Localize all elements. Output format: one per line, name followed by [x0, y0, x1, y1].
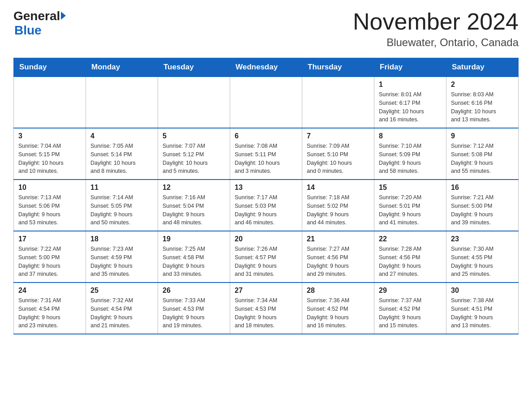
- day-info: Sunrise: 7:36 AMSunset: 4:52 PMDaylight:…: [307, 296, 369, 330]
- calendar-week-3: 10Sunrise: 7:13 AMSunset: 5:06 PMDayligh…: [14, 180, 519, 231]
- day-number: 27: [235, 287, 297, 295]
- day-number: 29: [379, 287, 442, 295]
- calendar-cell-w5-d2: 25Sunrise: 7:32 AMSunset: 4:54 PMDayligh…: [86, 283, 158, 334]
- day-info: Sunrise: 8:01 AMSunset: 6:17 PMDaylight:…: [379, 90, 442, 124]
- day-info: Sunrise: 7:30 AMSunset: 4:55 PMDaylight:…: [451, 245, 514, 278]
- calendar-cell-w3-d2: 11Sunrise: 7:14 AMSunset: 5:05 PMDayligh…: [86, 180, 158, 231]
- day-info: Sunrise: 7:23 AMSunset: 4:59 PMDaylight:…: [90, 245, 153, 278]
- day-info: Sunrise: 7:26 AMSunset: 4:57 PMDaylight:…: [235, 245, 297, 278]
- calendar-cell-w3-d3: 12Sunrise: 7:16 AMSunset: 5:04 PMDayligh…: [158, 180, 230, 231]
- calendar-cell-w5-d5: 28Sunrise: 7:36 AMSunset: 4:52 PMDayligh…: [302, 283, 374, 334]
- logo-blue-text: Blue: [13, 23, 42, 37]
- day-info: Sunrise: 7:07 AMSunset: 5:12 PMDaylight:…: [163, 142, 225, 176]
- day-number: 18: [90, 235, 153, 243]
- calendar-cell-w2-d3: 5Sunrise: 7:07 AMSunset: 5:12 PMDaylight…: [158, 128, 230, 180]
- calendar-cell-w2-d7: 9Sunrise: 7:12 AMSunset: 5:08 PMDaylight…: [446, 128, 519, 180]
- calendar-cell-w5-d3: 26Sunrise: 7:33 AMSunset: 4:53 PMDayligh…: [158, 283, 230, 334]
- calendar-cell-w2-d5: 7Sunrise: 7:09 AMSunset: 5:10 PMDaylight…: [302, 128, 374, 180]
- day-number: 9: [451, 132, 514, 140]
- day-info: Sunrise: 7:34 AMSunset: 4:53 PMDaylight:…: [235, 296, 297, 330]
- day-info: Sunrise: 7:12 AMSunset: 5:08 PMDaylight:…: [451, 142, 514, 176]
- day-number: 1: [379, 81, 442, 89]
- day-number: 13: [235, 184, 297, 192]
- calendar-cell-w5-d6: 29Sunrise: 7:37 AMSunset: 4:52 PMDayligh…: [374, 283, 446, 334]
- calendar-cell-w1-d3: [158, 77, 230, 128]
- calendar-week-4: 17Sunrise: 7:22 AMSunset: 5:00 PMDayligh…: [14, 231, 519, 283]
- page-header: General Blue November 2024 Bluewater, On…: [13, 9, 519, 49]
- page-title: November 2024: [353, 9, 519, 34]
- day-number: 19: [163, 235, 225, 243]
- calendar-cell-w3-d7: 16Sunrise: 7:21 AMSunset: 5:00 PMDayligh…: [446, 180, 519, 231]
- calendar-cell-w1-d6: 1Sunrise: 8:01 AMSunset: 6:17 PMDaylight…: [374, 77, 446, 128]
- day-number: 30: [451, 287, 514, 295]
- day-number: 10: [18, 184, 81, 192]
- calendar-cell-w4-d5: 21Sunrise: 7:27 AMSunset: 4:56 PMDayligh…: [302, 231, 374, 283]
- day-info: Sunrise: 7:04 AMSunset: 5:15 PMDaylight:…: [18, 142, 81, 176]
- day-info: Sunrise: 7:21 AMSunset: 5:00 PMDaylight:…: [451, 193, 514, 227]
- day-info: Sunrise: 7:09 AMSunset: 5:10 PMDaylight:…: [307, 142, 369, 176]
- day-number: 16: [451, 184, 514, 192]
- day-number: 8: [379, 132, 442, 140]
- day-number: 22: [379, 235, 442, 243]
- day-info: Sunrise: 7:10 AMSunset: 5:09 PMDaylight:…: [379, 142, 442, 176]
- day-number: 26: [163, 287, 225, 295]
- day-info: Sunrise: 7:16 AMSunset: 5:04 PMDaylight:…: [163, 193, 225, 227]
- day-info: Sunrise: 7:22 AMSunset: 5:00 PMDaylight:…: [18, 245, 81, 278]
- calendar-cell-w4-d6: 22Sunrise: 7:28 AMSunset: 4:56 PMDayligh…: [374, 231, 446, 283]
- day-number: 25: [90, 287, 153, 295]
- day-number: 17: [18, 235, 81, 243]
- calendar-cell-w1-d1: [14, 77, 86, 128]
- calendar-cell-w1-d5: [302, 77, 374, 128]
- day-number: 12: [163, 184, 225, 192]
- calendar-cell-w4-d4: 20Sunrise: 7:26 AMSunset: 4:57 PMDayligh…: [230, 231, 302, 283]
- calendar-cell-w2-d2: 4Sunrise: 7:05 AMSunset: 5:14 PMDaylight…: [86, 128, 158, 180]
- day-number: 23: [451, 235, 514, 243]
- calendar-cell-w4-d3: 19Sunrise: 7:25 AMSunset: 4:58 PMDayligh…: [158, 231, 230, 283]
- calendar-cell-w1-d4: [230, 77, 302, 128]
- calendar-cell-w1-d2: [86, 77, 158, 128]
- day-info: Sunrise: 7:20 AMSunset: 5:01 PMDaylight:…: [379, 193, 442, 227]
- day-number: 20: [235, 235, 297, 243]
- day-number: 3: [18, 132, 81, 140]
- calendar-week-2: 3Sunrise: 7:04 AMSunset: 5:15 PMDaylight…: [14, 128, 519, 180]
- calendar-week-5: 24Sunrise: 7:31 AMSunset: 4:54 PMDayligh…: [14, 283, 519, 334]
- calendar-table: Sunday Monday Tuesday Wednesday Thursday…: [13, 58, 519, 334]
- col-monday: Monday: [86, 58, 158, 77]
- calendar-cell-w4-d2: 18Sunrise: 7:23 AMSunset: 4:59 PMDayligh…: [86, 231, 158, 283]
- day-info: Sunrise: 7:18 AMSunset: 5:02 PMDaylight:…: [307, 193, 369, 227]
- day-info: Sunrise: 8:03 AMSunset: 6:16 PMDaylight:…: [451, 90, 514, 124]
- col-tuesday: Tuesday: [158, 58, 230, 77]
- day-info: Sunrise: 7:28 AMSunset: 4:56 PMDaylight:…: [379, 245, 442, 278]
- col-sunday: Sunday: [14, 58, 86, 77]
- page-subtitle: Bluewater, Ontario, Canada: [353, 36, 519, 49]
- day-info: Sunrise: 7:27 AMSunset: 4:56 PMDaylight:…: [307, 245, 369, 278]
- day-info: Sunrise: 7:33 AMSunset: 4:53 PMDaylight:…: [163, 296, 225, 330]
- calendar-cell-w2-d4: 6Sunrise: 7:08 AMSunset: 5:11 PMDaylight…: [230, 128, 302, 180]
- calendar-cell-w5-d4: 27Sunrise: 7:34 AMSunset: 4:53 PMDayligh…: [230, 283, 302, 334]
- col-wednesday: Wednesday: [230, 58, 302, 77]
- day-info: Sunrise: 7:31 AMSunset: 4:54 PMDaylight:…: [18, 296, 81, 330]
- calendar-header-row: Sunday Monday Tuesday Wednesday Thursday…: [14, 58, 519, 77]
- calendar-cell-w4-d1: 17Sunrise: 7:22 AMSunset: 5:00 PMDayligh…: [14, 231, 86, 283]
- day-number: 7: [307, 132, 369, 140]
- day-info: Sunrise: 7:17 AMSunset: 5:03 PMDaylight:…: [235, 193, 297, 227]
- logo-general-text: General: [13, 9, 60, 23]
- day-number: 15: [379, 184, 442, 192]
- day-info: Sunrise: 7:13 AMSunset: 5:06 PMDaylight:…: [18, 193, 81, 227]
- day-number: 5: [163, 132, 225, 140]
- col-thursday: Thursday: [302, 58, 374, 77]
- col-saturday: Saturday: [446, 58, 519, 77]
- calendar-cell-w3-d1: 10Sunrise: 7:13 AMSunset: 5:06 PMDayligh…: [14, 180, 86, 231]
- day-number: 6: [235, 132, 297, 140]
- calendar-cell-w3-d4: 13Sunrise: 7:17 AMSunset: 5:03 PMDayligh…: [230, 180, 302, 231]
- col-friday: Friday: [374, 58, 446, 77]
- logo-arrow-icon: [61, 12, 66, 20]
- calendar-week-1: 1Sunrise: 8:01 AMSunset: 6:17 PMDaylight…: [14, 77, 519, 128]
- calendar-cell-w3-d5: 14Sunrise: 7:18 AMSunset: 5:02 PMDayligh…: [302, 180, 374, 231]
- calendar-cell-w1-d7: 2Sunrise: 8:03 AMSunset: 6:16 PMDaylight…: [446, 77, 519, 128]
- day-info: Sunrise: 7:08 AMSunset: 5:11 PMDaylight:…: [235, 142, 297, 176]
- day-info: Sunrise: 7:37 AMSunset: 4:52 PMDaylight:…: [379, 296, 442, 330]
- logo: General Blue: [13, 9, 66, 38]
- title-block: November 2024 Bluewater, Ontario, Canada: [353, 9, 519, 49]
- day-info: Sunrise: 7:05 AMSunset: 5:14 PMDaylight:…: [90, 142, 153, 176]
